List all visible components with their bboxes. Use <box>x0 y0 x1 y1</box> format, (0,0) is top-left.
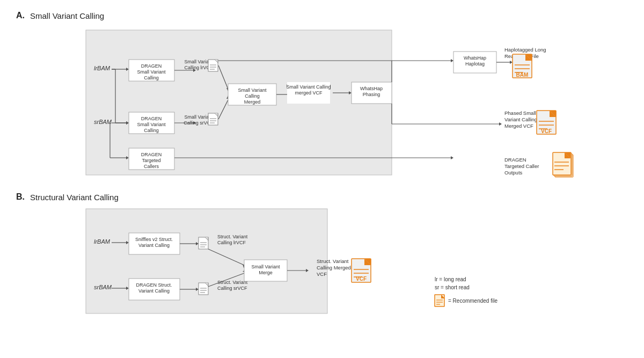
svg-text:Haplotagged Long: Haplotagged Long <box>504 47 546 53</box>
section-b-title: Structural Variant Calling <box>30 193 119 202</box>
section-a-diagram: lrBAM srBAM DRAGEN Small Variant Calling… <box>16 25 633 180</box>
svg-text:Variant Calling: Variant Calling <box>138 243 170 248</box>
svg-text:Calling: Calling <box>245 93 260 99</box>
sr-bam-label: srBAM <box>94 119 112 125</box>
svg-text:Outputs: Outputs <box>504 170 523 176</box>
svg-text:VCF: VCF <box>317 271 327 277</box>
section-b: B. Structural Variant Calling lrBAM srBA… <box>16 192 628 320</box>
svg-text:Merged: Merged <box>244 99 261 105</box>
svg-text:Variant Calling: Variant Calling <box>504 116 537 122</box>
svg-text:Struct. Variant: Struct. Variant <box>317 258 349 264</box>
svg-rect-102 <box>86 209 327 313</box>
section-b-letter: B. <box>16 192 25 202</box>
svg-text:Calling Merged: Calling Merged <box>317 265 351 271</box>
svg-text:merged VCF: merged VCF <box>295 90 323 96</box>
svg-text:srBAM: srBAM <box>94 284 112 290</box>
svg-text:Small Variant: Small Variant <box>137 69 166 75</box>
svg-text:Small Variant Calling: Small Variant Calling <box>287 84 331 90</box>
svg-text:Small Variant: Small Variant <box>238 87 267 93</box>
svg-text:Calling lrVCF: Calling lrVCF <box>217 240 246 245</box>
svg-text:WhatsHap: WhatsHap <box>464 55 486 61</box>
section-b-header: B. Structural Variant Calling <box>16 192 628 202</box>
svg-text:Merge: Merge <box>259 270 273 275</box>
svg-text:Calling: Calling <box>144 75 159 81</box>
svg-marker-62 <box>451 59 453 62</box>
svg-text:DRAGEN: DRAGEN <box>504 157 526 163</box>
svg-text:Merged VCF: Merged VCF <box>504 123 533 129</box>
svg-text:Struct. Variant: Struct. Variant <box>217 280 248 285</box>
svg-text:Calling srVCF: Calling srVCF <box>217 286 247 291</box>
svg-text:Struct. Variant: Struct. Variant <box>217 234 248 239</box>
svg-text:Variant Calling: Variant Calling <box>138 288 170 294</box>
svg-text:sr = short read: sr = short read <box>435 284 470 290</box>
svg-text:WhatsHap: WhatsHap <box>360 86 383 91</box>
svg-text:Small Variant: Small Variant <box>252 264 280 269</box>
section-a-letter: A. <box>16 11 25 20</box>
section-b-diagram: lrBAM srBAM Sniffles v2 Struct. Variant … <box>16 206 633 319</box>
svg-text:VCF: VCF <box>541 128 552 134</box>
svg-text:VCF: VCF <box>356 276 367 282</box>
lr-bam-label: lrBAM <box>94 65 111 71</box>
svg-text:Small Variant: Small Variant <box>137 122 166 127</box>
svg-text:Phasing: Phasing <box>363 92 380 97</box>
svg-text:Callers: Callers <box>144 164 159 169</box>
svg-text:BAM: BAM <box>516 72 529 78</box>
svg-text:DRAGEN: DRAGEN <box>141 152 162 157</box>
svg-text:Targeted Caller: Targeted Caller <box>504 163 539 169</box>
section-a: A. Small Variant Calling lrBAM srBAM DRA… <box>16 11 628 181</box>
svg-text:Haplotag: Haplotag <box>465 61 485 67</box>
svg-text:DRAGEN: DRAGEN <box>141 116 162 121</box>
svg-text:lrBAM: lrBAM <box>94 238 111 245</box>
section-a-title: Small Variant Calling <box>30 11 104 20</box>
svg-text:Sniffles v2 Struct.: Sniffles v2 Struct. <box>135 237 173 242</box>
svg-text:Calling: Calling <box>144 128 159 133</box>
svg-text:lr = long read: lr = long read <box>435 276 466 282</box>
svg-text:Phased Small: Phased Small <box>504 110 536 116</box>
svg-marker-91 <box>451 156 453 159</box>
svg-marker-80 <box>499 122 502 126</box>
svg-text:DRAGEN Struct.: DRAGEN Struct. <box>136 282 172 288</box>
svg-text:DRAGEN: DRAGEN <box>141 63 162 69</box>
section-a-header: A. Small Variant Calling <box>16 11 628 20</box>
main-container: A. Small Variant Calling lrBAM srBAM DRA… <box>0 0 644 331</box>
svg-text:Targeted: Targeted <box>142 158 160 163</box>
svg-text:= Recommended file: = Recommended file <box>448 298 497 304</box>
